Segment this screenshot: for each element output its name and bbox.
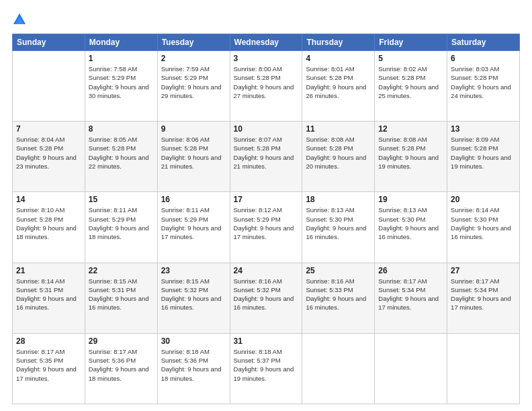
day-info: Sunrise: 8:03 AMSunset: 5:28 PMDaylight:… [451,64,516,100]
weekday-header-thursday: Thursday [302,34,375,51]
calendar-cell: 12Sunrise: 8:08 AMSunset: 5:28 PMDayligh… [375,122,447,192]
calendar-cell: 4Sunrise: 8:01 AMSunset: 5:28 PMDaylight… [302,51,375,122]
day-number: 4 [306,54,371,63]
calendar-cell: 24Sunrise: 8:16 AMSunset: 5:32 PMDayligh… [230,263,302,333]
day-number: 11 [306,124,371,134]
calendar-cell: 17Sunrise: 8:12 AMSunset: 5:29 PMDayligh… [230,192,302,263]
day-number: 7 [16,124,81,134]
day-info: Sunrise: 8:14 AMSunset: 5:30 PMDaylight:… [451,205,516,241]
day-number: 18 [306,195,371,204]
calendar-cell: 11Sunrise: 8:08 AMSunset: 5:28 PMDayligh… [302,122,375,192]
day-number: 24 [234,266,299,275]
calendar-table: SundayMondayTuesdayWednesdayThursdayFrid… [12,34,520,404]
calendar-cell: 30Sunrise: 8:18 AMSunset: 5:36 PMDayligh… [157,333,230,404]
week-row-2: 7Sunrise: 8:04 AMSunset: 5:28 PMDaylight… [13,122,520,192]
day-info: Sunrise: 8:00 AMSunset: 5:28 PMDaylight:… [234,64,299,100]
week-row-5: 28Sunrise: 8:17 AMSunset: 5:35 PMDayligh… [13,333,520,404]
day-info: Sunrise: 8:11 AMSunset: 5:29 PMDaylight:… [161,205,226,241]
day-info: Sunrise: 8:17 AMSunset: 5:34 PMDaylight:… [451,277,516,312]
calendar-cell: 13Sunrise: 8:09 AMSunset: 5:28 PMDayligh… [447,122,520,192]
calendar-cell: 21Sunrise: 8:14 AMSunset: 5:31 PMDayligh… [13,263,85,333]
day-info: Sunrise: 8:17 AMSunset: 5:35 PMDaylight:… [16,347,81,383]
logo-icon [12,12,27,27]
calendar-cell [447,333,520,404]
day-number: 21 [16,266,81,275]
day-number: 1 [89,54,154,63]
calendar-cell: 8Sunrise: 8:05 AMSunset: 5:28 PMDaylight… [85,122,157,192]
day-number: 9 [161,124,226,134]
header [12,12,520,27]
week-row-3: 14Sunrise: 8:10 AMSunset: 5:28 PMDayligh… [13,192,520,263]
weekday-header-monday: Monday [85,34,157,51]
calendar-cell: 3Sunrise: 8:00 AMSunset: 5:28 PMDaylight… [230,51,302,122]
weekday-header-row: SundayMondayTuesdayWednesdayThursdayFrid… [13,34,520,51]
weekday-header-saturday: Saturday [447,34,520,51]
day-info: Sunrise: 8:16 AMSunset: 5:33 PMDaylight:… [306,277,371,312]
day-info: Sunrise: 8:11 AMSunset: 5:29 PMDaylight:… [89,205,154,241]
calendar-cell: 26Sunrise: 8:17 AMSunset: 5:34 PMDayligh… [375,263,447,333]
week-row-4: 21Sunrise: 8:14 AMSunset: 5:31 PMDayligh… [13,263,520,333]
calendar-cell: 29Sunrise: 8:17 AMSunset: 5:36 PMDayligh… [85,333,157,404]
day-number: 19 [378,195,443,204]
day-info: Sunrise: 8:13 AMSunset: 5:30 PMDaylight:… [306,205,371,241]
day-number: 12 [378,124,443,134]
calendar-cell: 22Sunrise: 8:15 AMSunset: 5:31 PMDayligh… [85,263,157,333]
day-info: Sunrise: 8:09 AMSunset: 5:28 PMDaylight:… [451,135,516,171]
calendar-cell: 19Sunrise: 8:13 AMSunset: 5:30 PMDayligh… [375,192,447,263]
day-info: Sunrise: 8:18 AMSunset: 5:37 PMDaylight:… [234,347,299,383]
calendar-cell [302,333,375,404]
weekday-header-sunday: Sunday [13,34,85,51]
weekday-header-friday: Friday [375,34,447,51]
weekday-header-wednesday: Wednesday [230,34,302,51]
calendar-cell [13,51,85,122]
day-info: Sunrise: 8:12 AMSunset: 5:29 PMDaylight:… [234,205,299,241]
day-info: Sunrise: 8:01 AMSunset: 5:28 PMDaylight:… [306,64,371,100]
day-number: 16 [161,195,226,204]
day-info: Sunrise: 8:15 AMSunset: 5:32 PMDaylight:… [161,277,226,312]
calendar-cell [375,333,447,404]
day-number: 22 [89,266,154,275]
calendar-cell: 16Sunrise: 8:11 AMSunset: 5:29 PMDayligh… [157,192,230,263]
day-number: 15 [89,195,154,204]
logo [12,12,28,27]
day-info: Sunrise: 8:17 AMSunset: 5:34 PMDaylight:… [378,277,443,312]
day-number: 29 [89,336,154,346]
weekday-header-tuesday: Tuesday [157,34,230,51]
day-info: Sunrise: 8:07 AMSunset: 5:28 PMDaylight:… [234,135,299,171]
day-info: Sunrise: 8:04 AMSunset: 5:28 PMDaylight:… [16,135,81,171]
calendar-cell: 7Sunrise: 8:04 AMSunset: 5:28 PMDaylight… [13,122,85,192]
calendar-cell: 10Sunrise: 8:07 AMSunset: 5:28 PMDayligh… [230,122,302,192]
day-info: Sunrise: 8:05 AMSunset: 5:28 PMDaylight:… [89,135,154,171]
calendar-cell: 5Sunrise: 8:02 AMSunset: 5:28 PMDaylight… [375,51,447,122]
calendar-cell: 31Sunrise: 8:18 AMSunset: 5:37 PMDayligh… [230,333,302,404]
calendar-cell: 9Sunrise: 8:06 AMSunset: 5:28 PMDaylight… [157,122,230,192]
day-number: 2 [161,54,226,63]
day-info: Sunrise: 8:16 AMSunset: 5:32 PMDaylight:… [234,277,299,312]
day-number: 10 [234,124,299,134]
day-number: 30 [161,336,226,346]
day-number: 6 [451,54,516,63]
calendar-cell: 28Sunrise: 8:17 AMSunset: 5:35 PMDayligh… [13,333,85,404]
day-info: Sunrise: 8:13 AMSunset: 5:30 PMDaylight:… [378,205,443,241]
calendar-cell: 25Sunrise: 8:16 AMSunset: 5:33 PMDayligh… [302,263,375,333]
day-number: 8 [89,124,154,134]
day-number: 23 [161,266,226,275]
day-info: Sunrise: 8:14 AMSunset: 5:31 PMDaylight:… [16,277,81,312]
day-info: Sunrise: 8:17 AMSunset: 5:36 PMDaylight:… [89,347,154,383]
calendar-page: SundayMondayTuesdayWednesdayThursdayFrid… [0,0,532,411]
day-number: 28 [16,336,81,346]
day-info: Sunrise: 7:58 AMSunset: 5:29 PMDaylight:… [89,64,154,100]
day-info: Sunrise: 7:59 AMSunset: 5:29 PMDaylight:… [161,64,226,100]
day-info: Sunrise: 8:18 AMSunset: 5:36 PMDaylight:… [161,347,226,383]
day-number: 25 [306,266,371,275]
calendar-cell: 1Sunrise: 7:58 AMSunset: 5:29 PMDaylight… [85,51,157,122]
week-row-1: 1Sunrise: 7:58 AMSunset: 5:29 PMDaylight… [13,51,520,122]
day-number: 14 [16,195,81,204]
day-number: 31 [234,336,299,346]
day-info: Sunrise: 8:15 AMSunset: 5:31 PMDaylight:… [89,277,154,312]
calendar-cell: 18Sunrise: 8:13 AMSunset: 5:30 PMDayligh… [302,192,375,263]
day-number: 13 [451,124,516,134]
day-number: 26 [378,266,443,275]
calendar-cell: 6Sunrise: 8:03 AMSunset: 5:28 PMDaylight… [447,51,520,122]
day-number: 3 [234,54,299,63]
